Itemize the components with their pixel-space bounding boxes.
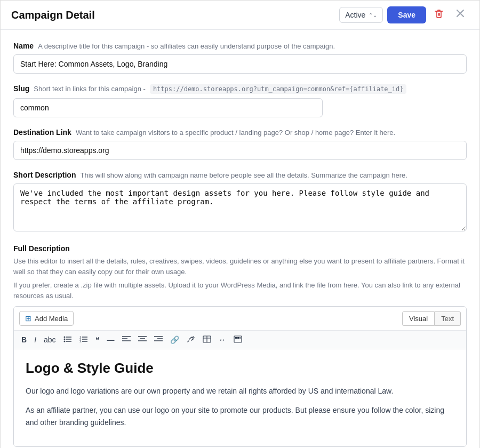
full-desc-hint2: If you prefer, create a .zip file with m… (13, 280, 467, 301)
editor-top-bar: ⊞ Add Media Visual Text (14, 307, 466, 330)
special-chars-button[interactable] (230, 333, 245, 346)
status-label: Active (345, 11, 365, 19)
name-input[interactable] (13, 54, 467, 74)
full-desc-label: Full Description (13, 244, 467, 253)
destination-link-input[interactable] (13, 141, 467, 160)
visual-tab[interactable]: Visual (402, 311, 435, 326)
trash-icon (434, 9, 444, 19)
short-desc-hint: This will show along with campaign name … (80, 171, 407, 179)
slug-field-group: Slug Short text in links for this campai… (13, 84, 467, 117)
strikethrough-button[interactable]: abc (41, 334, 59, 346)
close-icon (455, 8, 466, 19)
expand-button[interactable]: ↔ (215, 334, 229, 346)
editor-para1: Our logo and logo variations are our own… (26, 385, 454, 397)
editor-content[interactable]: Logo & Style Guide Our logo and logo var… (14, 349, 466, 446)
editor-para2: As an affiliate partner, you can use our… (26, 404, 454, 428)
short-desc-label-row: Short Description This will show along w… (13, 171, 467, 179)
editor-container: ⊞ Add Media Visual Text B I abc 1.2.3. (13, 306, 467, 447)
svg-text:3.: 3. (79, 340, 82, 343)
link-button[interactable]: 🔗 (167, 334, 182, 346)
slug-hint: Short text in links for this campaign - (34, 85, 146, 93)
close-button[interactable] (452, 6, 469, 24)
header-actions: Active ⌃⌄ Save (339, 6, 469, 24)
horizontal-rule-button[interactable]: — (104, 334, 118, 346)
slug-hint-code: https://demo.storeapps.org?utm_campaign=… (150, 84, 407, 94)
slug-label-row: Slug Short text in links for this campai… (13, 84, 467, 94)
align-right-button[interactable] (151, 333, 166, 346)
name-label: Name (13, 42, 34, 50)
svg-rect-28 (237, 337, 239, 339)
destination-link-label: Destination Link (13, 128, 71, 137)
slug-input[interactable] (13, 98, 323, 117)
page-title: Campaign Detail (11, 9, 95, 21)
editor-heading: Logo & Style Guide (26, 360, 454, 377)
short-desc-textarea[interactable] (13, 183, 467, 231)
bold-button[interactable]: B (18, 334, 30, 346)
full-desc-field-group: Full Description Use this editor to inse… (13, 244, 467, 447)
name-hint: A descriptive title for this campaign - … (38, 42, 335, 50)
svg-rect-29 (239, 337, 241, 339)
add-media-label: Add Media (35, 315, 68, 323)
header: Campaign Detail Active ⌃⌄ Save (1, 1, 479, 30)
editor-toolbar: B I abc 1.2.3. ❝ — (14, 330, 466, 349)
svg-line-22 (193, 337, 194, 338)
svg-line-21 (188, 341, 189, 342)
short-desc-field-group: Short Description This will show along w… (13, 171, 467, 234)
align-center-button[interactable] (135, 333, 150, 346)
delete-button[interactable] (430, 6, 447, 24)
svg-point-0 (63, 337, 65, 338)
name-label-row: Name A descriptive title for this campai… (13, 42, 467, 50)
svg-rect-26 (234, 336, 242, 342)
status-select[interactable]: Active ⌃⌄ (339, 7, 383, 23)
slug-label: Slug (13, 84, 29, 93)
text-tab[interactable]: Text (435, 311, 461, 326)
unordered-list-button[interactable] (60, 333, 75, 346)
add-media-button[interactable]: ⊞ Add Media (19, 311, 74, 326)
svg-point-4 (63, 341, 65, 342)
destination-link-hint: Want to take campaign visitors to a spec… (76, 129, 395, 137)
align-left-button[interactable] (119, 333, 134, 346)
chevron-down-icon: ⌃⌄ (369, 12, 377, 18)
unlink-button[interactable] (183, 333, 198, 346)
blockquote-button[interactable]: ❝ (92, 334, 103, 346)
name-field-group: Name A descriptive title for this campai… (13, 42, 467, 74)
full-desc-hint1: Use this editor to insert all the detail… (13, 256, 467, 277)
view-tabs: Visual Text (402, 311, 461, 326)
ordered-list-button[interactable]: 1.2.3. (76, 333, 91, 346)
table-button[interactable] (199, 333, 214, 346)
destination-link-label-row: Destination Link Want to take campaign v… (13, 128, 467, 137)
add-media-icon: ⊞ (25, 314, 31, 323)
content-area: Name A descriptive title for this campai… (1, 30, 479, 448)
short-desc-label: Short Description (13, 171, 76, 179)
save-button[interactable]: Save (387, 6, 426, 23)
svg-rect-27 (235, 337, 237, 339)
svg-point-2 (63, 339, 65, 340)
italic-button[interactable]: I (31, 334, 39, 346)
destination-link-field-group: Destination Link Want to take campaign v… (13, 128, 467, 160)
